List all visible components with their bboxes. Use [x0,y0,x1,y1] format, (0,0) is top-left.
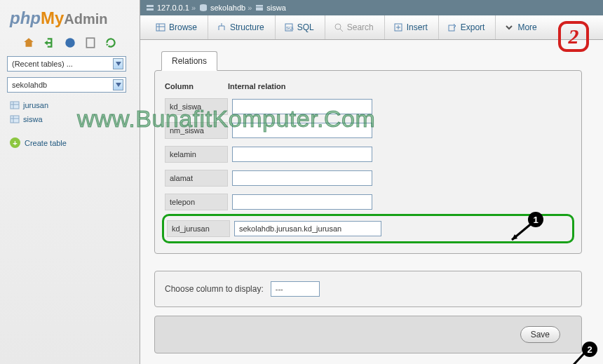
header-column: Column [165,82,228,90]
structure-icon [217,22,226,32]
create-table-link[interactable]: + Create table [7,137,133,148]
reload-icon[interactable] [104,36,117,49]
tab-search[interactable]: Search [325,15,382,39]
table-icon [255,4,264,12]
phpmyadmin-logo[interactable]: phpMyAdmin [7,6,133,34]
sidebar: phpMyAdmin (Recent tables) ... sekolahdb… [0,0,140,364]
tab-browse[interactable]: Browse [147,15,205,39]
breadcrumb-sep: » [248,4,252,12]
tab-label: Browse [169,22,197,32]
svg-rect-5 [11,116,19,123]
tab-export[interactable]: Export [438,15,494,39]
sidebar-quick-icons [7,34,133,56]
svg-rect-8 [147,5,154,7]
logout-icon[interactable] [43,36,55,49]
query-window-icon[interactable] [64,36,76,49]
recent-tables-label: (Recent tables) ... [12,60,73,68]
sql-icon: SQL [284,22,294,32]
database-icon [199,4,208,12]
display-column-value: --- [276,285,283,293]
column-name: kelamin [165,146,228,163]
subtab-relations[interactable]: Relations [161,51,217,71]
display-column-label: Choose column to display: [165,284,264,294]
table-tree: jurusan siswa [7,98,133,126]
tab-label: Search [347,22,374,32]
relations-panel: Column Internal relation kd_siswa nm_sis… [154,70,582,254]
search-icon [334,22,344,32]
relation-value: sekolahdb.jurusan.kd_jurusan [239,224,341,233]
export-icon [447,22,457,32]
relations-header: Column Internal relation [162,81,574,95]
breadcrumb: 127.0.0.1 » sekolahdb » siswa [140,0,603,15]
relation-select[interactable] [232,194,372,210]
tab-label: Export [461,22,485,32]
breadcrumb-table[interactable]: siswa [255,4,286,12]
insert-icon [393,22,403,32]
relation-select[interactable]: sekolahdb.jurusan.kd_jurusan [234,221,381,236]
tab-label: SQL [297,22,314,32]
table-name: jurusan [23,101,48,109]
breadcrumb-table-label: siswa [266,4,286,12]
server-icon [146,4,154,12]
column-name: nm_siswa [165,122,228,139]
logo-part-php: php [10,8,41,27]
table-icon [10,100,20,110]
display-column-panel: Choose column to display: --- [154,271,582,307]
save-button[interactable]: Save [520,326,560,343]
breadcrumb-server[interactable]: 127.0.0.1 [146,4,189,12]
relation-row: telepon [162,190,574,214]
table-tree-item[interactable]: siswa [7,112,133,126]
content-area: Relations Column Internal relation kd_si… [140,40,603,353]
tab-sql[interactable]: SQL SQL [275,15,323,39]
logo-part-admin: Admin [64,11,107,27]
tab-label: Structure [230,22,264,32]
svg-text:SQL: SQL [286,26,294,30]
tab-more[interactable]: More [495,15,545,39]
display-column-select[interactable]: --- [271,281,320,297]
tab-insert[interactable]: Insert [384,15,436,39]
browse-icon [156,22,165,32]
svg-point-0 [65,38,75,48]
database-select-value: sekolahdb [12,81,47,89]
column-name: telepon [165,194,228,210]
column-name: alamat [165,170,228,187]
tab-label: Insert [407,22,428,32]
svg-rect-1 [86,38,94,48]
svg-rect-11 [256,5,263,11]
docs-icon[interactable] [84,36,97,49]
table-tree-item[interactable]: jurusan [7,98,133,112]
relation-select[interactable] [232,99,372,114]
chevron-down-icon [504,22,514,32]
plus-icon: + [10,137,20,148]
relation-select[interactable] [232,147,372,162]
table-name: siswa [23,115,43,123]
main-area: 127.0.0.1 » sekolahdb » siswa Browse Str… [140,0,603,364]
top-tabs: Browse Structure SQL SQL Search Insert E… [140,15,603,40]
relation-row: kd_siswa [162,95,574,119]
home-icon[interactable] [22,36,35,49]
tab-structure[interactable]: Structure [208,15,273,39]
svg-rect-2 [11,102,19,109]
column-name: kd_siswa [165,98,228,115]
column-name: kd_jurusan [167,220,230,237]
relation-row: kelamin [162,142,574,166]
relation-row: nm_siswa [162,119,574,142]
svg-rect-9 [147,8,154,11]
relation-select[interactable] [232,170,372,186]
annotation-red-number: 2 [569,25,579,48]
svg-rect-23 [449,25,454,31]
annotation-red-box: 2 [558,21,589,52]
svg-rect-13 [156,24,165,31]
footer-bar: Save [154,316,582,353]
svg-line-19 [340,29,343,32]
breadcrumb-server-label: 127.0.0.1 [157,4,189,12]
table-icon [10,114,20,124]
recent-tables-select[interactable]: (Recent tables) ... [7,56,126,72]
relation-select[interactable] [232,123,372,138]
breadcrumb-sep: » [191,4,196,12]
chevron-down-icon [113,79,123,90]
tab-label: More [517,22,536,32]
breadcrumb-db[interactable]: sekolahdb [199,4,245,12]
chevron-down-icon [113,58,123,69]
database-select[interactable]: sekolahdb [7,77,126,93]
